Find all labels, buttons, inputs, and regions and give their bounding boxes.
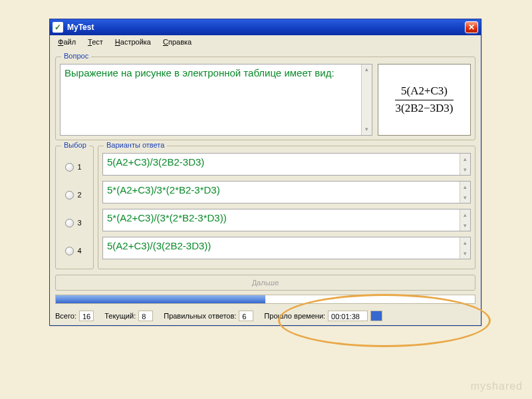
choice-group-label: Выбор: [61, 141, 89, 149]
answer-1-text: 5(A2+C3)/3(2B2-3D3): [107, 156, 204, 168]
scroll-down-icon[interactable]: ▾: [460, 192, 470, 203]
choice-label-1: 1: [78, 163, 84, 171]
choice-group: Выбор 1 2 3 4: [55, 146, 94, 269]
question-content: Выражение на рисунке в электронной табли…: [65, 67, 334, 78]
scroll-down-icon[interactable]: ▾: [460, 248, 470, 259]
status-elapsed-value: 00:01:38: [328, 311, 368, 321]
scroll-down-icon[interactable]: ▾: [460, 164, 470, 175]
choice-label-2: 2: [78, 191, 84, 199]
scroll-down-icon[interactable]: ▾: [460, 220, 470, 231]
question-group: Вопрос Выражение на рисунке в электронно…: [55, 57, 475, 140]
window-title: MyTest: [67, 23, 94, 32]
next-button[interactable]: Дальше: [55, 275, 475, 291]
radio-4[interactable]: [65, 247, 74, 255]
scroll-up-icon[interactable]: ▴: [460, 154, 470, 164]
progress-bar: [55, 295, 475, 304]
statusbar: Всего: 16 Текущий: 8 Правильных ответов:…: [50, 308, 481, 325]
menu-test[interactable]: Тест: [82, 37, 108, 47]
scroll-up-icon[interactable]: ▴: [460, 182, 470, 192]
answer-1[interactable]: 5(A2+C3)/3(2B2-3D3) ▴ ▾: [102, 153, 471, 176]
answer-3-text: 5*(A2+C3)/(3*(2*B2-3*D3)): [107, 212, 227, 223]
app-window: ✓ MyTest ✕ Файл Тест Настройка Справка В…: [49, 19, 481, 326]
radio-3[interactable]: [65, 219, 74, 227]
scroll-down-icon[interactable]: ▾: [362, 124, 372, 135]
status-current-value: 8: [138, 311, 153, 321]
menubar: Файл Тест Настройка Справка: [50, 35, 481, 49]
radio-1[interactable]: [65, 163, 74, 172]
menu-file[interactable]: Файл: [53, 37, 81, 47]
status-total-value: 16: [79, 311, 94, 321]
formula-image: 5(A2+C3) 3(2B2−3D3): [378, 64, 471, 136]
status-correct-value: 6: [239, 311, 253, 321]
status-current-label: Текущий:: [104, 312, 136, 320]
close-button[interactable]: ✕: [465, 21, 478, 33]
menu-settings[interactable]: Настройка: [110, 37, 156, 47]
answer-4-text: 5(A2+C3)/(3(2B2-3D3)): [107, 240, 211, 251]
answer-3[interactable]: 5*(A2+C3)/(3*(2*B2-3*D3)) ▴ ▾: [102, 209, 471, 231]
scroll-up-icon[interactable]: ▴: [362, 65, 372, 75]
answer-3-scrollbar[interactable]: ▴ ▾: [460, 209, 470, 231]
answers-group: Варианты ответа 5(A2+C3)/3(2B2-3D3) ▴ ▾ …: [98, 146, 475, 269]
choice-label-4: 4: [78, 247, 84, 255]
radio-2[interactable]: [65, 191, 74, 200]
titlebar[interactable]: ✓ MyTest ✕: [50, 19, 481, 35]
question-textarea[interactable]: Выражение на рисунке в электронной табли…: [60, 64, 372, 136]
answer-1-scrollbar[interactable]: ▴ ▾: [460, 154, 470, 175]
formula-numerator: 5(A2+C3): [395, 84, 453, 100]
answers-group-label: Варианты ответа: [104, 141, 167, 149]
menu-help[interactable]: Справка: [158, 37, 197, 47]
next-button-label: Дальше: [252, 279, 279, 287]
status-indicator-icon: [370, 311, 382, 321]
question-scrollbar[interactable]: ▴ ▾: [361, 65, 372, 135]
scroll-up-icon[interactable]: ▴: [460, 237, 470, 248]
status-correct-label: Правильных ответов:: [164, 312, 236, 320]
answer-4-scrollbar[interactable]: ▴ ▾: [460, 237, 470, 259]
formula-denominator: 3(2B2−3D3): [395, 100, 453, 115]
answer-2-scrollbar[interactable]: ▴ ▾: [460, 182, 470, 203]
status-total-label: Всего:: [55, 312, 76, 320]
progress-fill: [56, 295, 265, 303]
question-group-label: Вопрос: [61, 52, 91, 60]
answer-2[interactable]: 5*(A2+C3)/3*(2*B2-3*D3) ▴ ▾: [102, 181, 471, 203]
answer-2-text: 5*(A2+C3)/3*(2*B2-3*D3): [107, 184, 220, 196]
app-icon: ✓: [53, 22, 63, 33]
answer-4[interactable]: 5(A2+C3)/(3(2B2-3D3)) ▴ ▾: [102, 237, 471, 259]
close-icon: ✕: [468, 23, 475, 31]
scroll-up-icon[interactable]: ▴: [460, 209, 470, 220]
choice-label-3: 3: [78, 219, 84, 227]
status-elapsed-label: Прошло времени:: [264, 312, 325, 320]
watermark: myshared: [471, 380, 523, 392]
